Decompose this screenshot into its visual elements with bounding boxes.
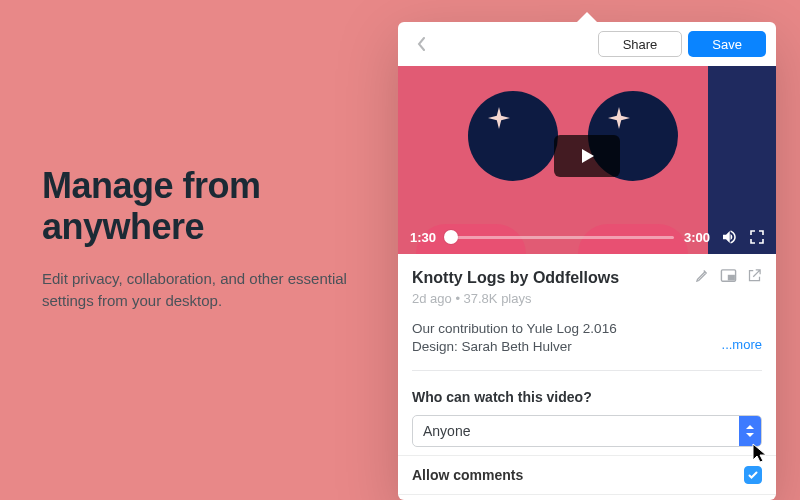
- privacy-select[interactable]: [412, 415, 762, 447]
- popover-caret: [577, 12, 597, 22]
- more-link[interactable]: ...more: [722, 336, 762, 354]
- allow-downloads-row: Allow downloads: [398, 494, 776, 500]
- duration: 3:00: [684, 230, 710, 245]
- divider: [412, 370, 762, 371]
- select-stepper-icon[interactable]: [739, 416, 761, 446]
- pencil-icon: [695, 268, 710, 283]
- video-description: Our contribution to Yule Log 2.016 Desig…: [412, 320, 762, 356]
- save-button[interactable]: Save: [688, 31, 766, 57]
- allow-comments-label: Allow comments: [412, 467, 744, 483]
- settings-popover: Share Save 1:30 3:00: [398, 12, 776, 500]
- seek-knob[interactable]: [444, 230, 458, 244]
- video-submeta: 2d ago • 37.8K plays: [412, 291, 762, 306]
- volume-icon: [720, 228, 738, 246]
- pip-icon: [720, 268, 737, 283]
- check-icon: [747, 469, 759, 481]
- play-button[interactable]: [554, 135, 620, 177]
- meta-separator: •: [452, 291, 464, 306]
- play-count: 37.8K plays: [464, 291, 532, 306]
- promo-title-line1: Manage from: [42, 165, 261, 206]
- thumbnail-decor: [468, 91, 558, 181]
- video-thumbnail[interactable]: 1:30 3:00: [398, 66, 776, 254]
- back-button[interactable]: [408, 30, 436, 58]
- open-external-button[interactable]: [747, 268, 762, 287]
- video-title: Knotty Logs by Oddfellows: [412, 269, 685, 287]
- promo-block: Manage from anywhere Edit privacy, colla…: [42, 165, 362, 311]
- video-controls: 1:30 3:00: [398, 220, 776, 254]
- volume-button[interactable]: [720, 228, 738, 246]
- edit-title-button[interactable]: [695, 268, 710, 287]
- allow-comments-row: Allow comments: [398, 455, 776, 494]
- svg-rect-1: [729, 276, 735, 280]
- popover-panel: Share Save 1:30 3:00: [398, 22, 776, 500]
- privacy-select-wrap: [398, 405, 776, 455]
- promo-title: Manage from anywhere: [42, 165, 362, 248]
- title-row: Knotty Logs by Oddfellows: [412, 268, 762, 287]
- share-button[interactable]: Share: [598, 31, 683, 57]
- external-link-icon: [747, 268, 762, 283]
- promo-title-line2: anywhere: [42, 206, 204, 247]
- privacy-select-holder: [412, 415, 762, 447]
- promo-subtitle: Edit privacy, collaboration, and other e…: [42, 268, 362, 312]
- chevron-left-icon: [417, 37, 427, 51]
- play-icon: [578, 147, 596, 165]
- seek-bar[interactable]: [446, 236, 674, 239]
- privacy-label: Who can watch this video?: [398, 389, 776, 405]
- popover-header: Share Save: [398, 22, 776, 66]
- desc-line: Our contribution to Yule Log 2.016: [412, 320, 762, 338]
- picture-in-picture-button[interactable]: [720, 268, 737, 287]
- posted-ago: 2d ago: [412, 291, 452, 306]
- allow-comments-checkbox[interactable]: [744, 466, 762, 484]
- desc-line: Design: Sarah Beth Hulver: [412, 339, 572, 354]
- fullscreen-button[interactable]: [748, 228, 766, 246]
- video-meta: Knotty Logs by Oddfellows 2d ago • 37.8K…: [398, 254, 776, 389]
- fullscreen-icon: [749, 229, 765, 245]
- current-time: 1:30: [410, 230, 436, 245]
